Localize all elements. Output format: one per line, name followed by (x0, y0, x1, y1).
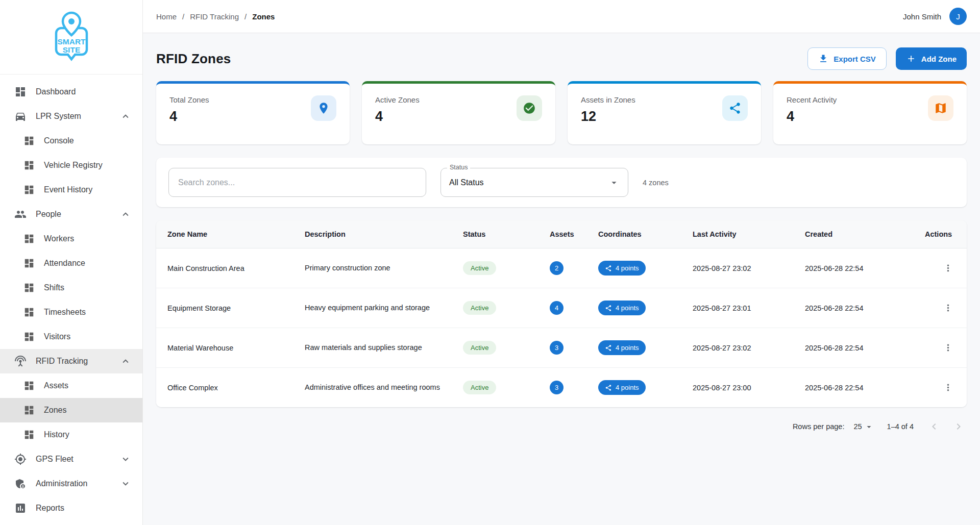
sidebar-item-label: RFID Tracking (36, 357, 111, 366)
sidebar-item-zones[interactable]: Zones (0, 398, 142, 422)
car-icon (14, 110, 27, 122)
cell-created: 2025-06-28 22:54 (797, 248, 917, 288)
pagination-nav (927, 419, 966, 434)
next-page-button[interactable] (951, 419, 966, 434)
grid-icon (23, 380, 35, 391)
grid-icon (23, 184, 35, 195)
grid-icon (23, 282, 35, 293)
cell-last-activity: 2025-08-27 23:00 (684, 368, 797, 408)
cell-description: Primary construction zone (297, 248, 455, 288)
breadcrumb-separator: / (182, 12, 184, 21)
breadcrumb-rfid-tracking[interactable]: RFID Tracking (190, 12, 239, 21)
cell-status: Active (455, 248, 542, 288)
sidebar-item-label: GPS Fleet (36, 455, 111, 464)
breadcrumb-home[interactable]: Home (156, 12, 177, 21)
grid-icon (23, 405, 35, 416)
sidebar-item-timesheets[interactable]: Timesheets (0, 300, 142, 324)
sidebar-item-lpr-system[interactable]: LPR System (0, 104, 142, 129)
cell-last-activity: 2025-08-27 23:02 (684, 248, 797, 288)
smart-site-logo-icon: SMART SITE (46, 11, 97, 64)
share-nodes-icon (605, 305, 612, 312)
antenna-icon (14, 355, 27, 367)
svg-text:SMART: SMART (57, 37, 86, 46)
check-circle-icon (517, 95, 542, 121)
cell-description: Administrative offices and meeting rooms (297, 368, 455, 408)
header-actions: Export CSV Add Zone (807, 47, 967, 70)
table-header-row: Zone Name Description Status Assets Coor… (156, 220, 967, 248)
cell-coordinates: 4 points (590, 248, 684, 288)
row-actions-button[interactable] (941, 340, 955, 355)
status-badge: Active (463, 301, 496, 315)
table-body: Main Construction AreaPrimary constructi… (156, 248, 967, 408)
sidebar-item-shifts[interactable]: Shifts (0, 276, 142, 300)
row-actions-button[interactable] (941, 380, 955, 395)
stat-label: Active Zones (375, 95, 420, 104)
stat-card-total-zones: Total Zones4 (156, 81, 350, 144)
sidebar-item-console[interactable]: Console (0, 129, 142, 153)
sidebar-item-people[interactable]: People (0, 202, 142, 227)
sidebar: SMART SITE DashboardLPR SystemConsoleVeh… (0, 0, 143, 525)
pagination-range: 1–4 of 4 (887, 422, 914, 431)
row-actions-button[interactable] (941, 261, 955, 276)
admin-shield-icon (14, 478, 27, 490)
share-nodes-icon (722, 95, 748, 121)
caret-down-icon (864, 422, 874, 432)
sidebar-item-visitors[interactable]: Visitors (0, 324, 142, 349)
sidebar-item-history[interactable]: History (0, 422, 142, 447)
chevron-up-icon (120, 209, 131, 220)
export-csv-button[interactable]: Export CSV (807, 47, 887, 70)
cell-zone-name: Office Complex (156, 368, 297, 408)
sidebar-item-reports[interactable]: Reports (0, 496, 142, 520)
sidebar-item-event-history[interactable]: Event History (0, 178, 142, 202)
sidebar-nav: DashboardLPR SystemConsoleVehicle Regist… (0, 74, 142, 525)
sidebar-item-label: Shifts (44, 283, 131, 292)
cell-description: Raw materials and supplies storage (297, 328, 455, 368)
sidebar-item-attendance[interactable]: Attendance (0, 251, 142, 276)
sidebar-item-label: Reports (36, 504, 131, 513)
people-icon (14, 208, 27, 220)
grid-icon (23, 429, 35, 440)
cell-status: Active (455, 288, 542, 328)
sidebar-item-rfid-tracking[interactable]: RFID Tracking (0, 349, 142, 373)
cell-last-activity: 2025-08-27 23:01 (684, 288, 797, 328)
status-badge: Active (463, 381, 496, 394)
assets-count-badge: 2 (550, 261, 564, 275)
sidebar-item-administration[interactable]: Administration (0, 471, 142, 496)
download-icon (818, 54, 828, 64)
sidebar-item-vehicle-registry[interactable]: Vehicle Registry (0, 153, 142, 178)
previous-page-button[interactable] (927, 419, 941, 434)
grid-icon (23, 160, 35, 171)
stat-label: Total Zones (169, 95, 209, 104)
rows-per-page-select[interactable]: 25 (853, 422, 873, 432)
avatar[interactable]: J (949, 8, 967, 25)
row-actions-button[interactable] (941, 301, 955, 315)
col-assets: Assets (542, 220, 590, 248)
cell-last-activity: 2025-08-27 23:02 (684, 328, 797, 368)
bar-chart-icon (14, 502, 27, 514)
more-vert-icon (943, 382, 953, 393)
add-zone-button[interactable]: Add Zone (896, 47, 967, 70)
chevron-right-icon (952, 420, 965, 433)
status-select[interactable]: Status All Status (440, 168, 628, 197)
rows-per-page-label: Rows per page: (793, 422, 845, 431)
sidebar-item-gps-fleet[interactable]: GPS Fleet (0, 447, 142, 471)
sidebar-item-dashboard[interactable]: Dashboard (0, 80, 142, 104)
status-badge: Active (463, 261, 496, 275)
sidebar-item-label: Assets (44, 381, 131, 390)
search-input[interactable] (168, 168, 426, 197)
chevron-left-icon (928, 420, 940, 433)
sidebar-item-label: Visitors (44, 332, 131, 341)
col-description: Description (297, 220, 455, 248)
cell-created: 2025-06-28 22:54 (797, 288, 917, 328)
share-nodes-icon (605, 265, 612, 272)
cell-coordinates: 4 points (590, 328, 684, 368)
sidebar-item-workers[interactable]: Workers (0, 227, 142, 251)
page-title: RFID Zones (156, 51, 231, 67)
sidebar-item-assets[interactable]: Assets (0, 373, 142, 398)
sidebar-item-label: Event History (44, 185, 131, 194)
cell-coordinates: 4 points (590, 288, 684, 328)
stats-row: Total Zones4Active Zones4Assets in Zones… (156, 81, 967, 144)
chevron-up-icon (120, 111, 131, 122)
assets-count-badge: 3 (550, 381, 564, 394)
cell-zone-name: Equipment Storage (156, 288, 297, 328)
